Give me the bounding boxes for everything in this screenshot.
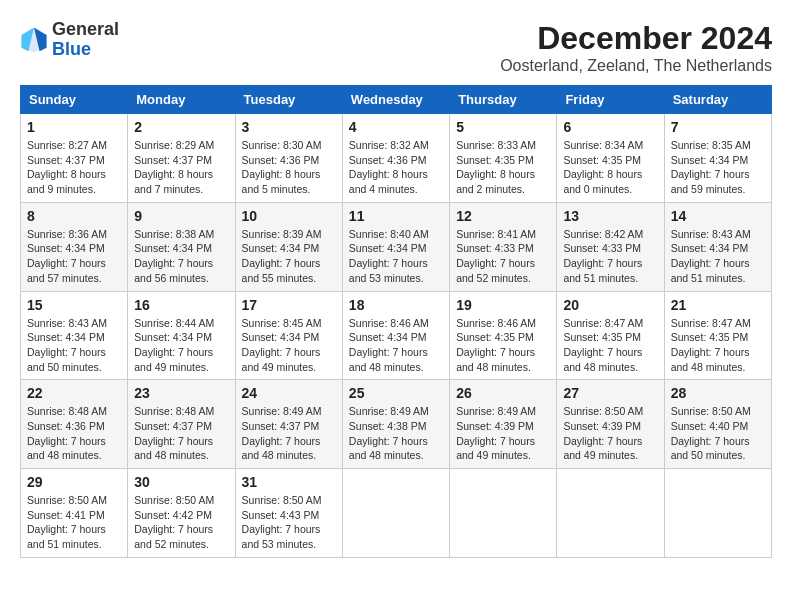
day-info: Sunrise: 8:44 AM Sunset: 4:34 PM Dayligh…: [134, 316, 228, 375]
calendar-week-row: 29 Sunrise: 8:50 AM Sunset: 4:41 PM Dayl…: [21, 469, 772, 558]
calendar-cell: [342, 469, 449, 558]
month-title: December 2024: [500, 20, 772, 57]
calendar-cell: 13 Sunrise: 8:42 AM Sunset: 4:33 PM Dayl…: [557, 202, 664, 291]
calendar-cell: [557, 469, 664, 558]
day-info: Sunrise: 8:45 AM Sunset: 4:34 PM Dayligh…: [242, 316, 336, 375]
calendar-week-row: 22 Sunrise: 8:48 AM Sunset: 4:36 PM Dayl…: [21, 380, 772, 469]
day-number: 2: [134, 119, 228, 135]
day-info: Sunrise: 8:50 AM Sunset: 4:40 PM Dayligh…: [671, 404, 765, 463]
day-number: 14: [671, 208, 765, 224]
day-number: 9: [134, 208, 228, 224]
calendar-cell: 19 Sunrise: 8:46 AM Sunset: 4:35 PM Dayl…: [450, 291, 557, 380]
day-number: 10: [242, 208, 336, 224]
day-number: 1: [27, 119, 121, 135]
calendar-cell: 11 Sunrise: 8:40 AM Sunset: 4:34 PM Dayl…: [342, 202, 449, 291]
calendar-cell: [450, 469, 557, 558]
day-info: Sunrise: 8:50 AM Sunset: 4:42 PM Dayligh…: [134, 493, 228, 552]
day-info: Sunrise: 8:33 AM Sunset: 4:35 PM Dayligh…: [456, 138, 550, 197]
day-info: Sunrise: 8:46 AM Sunset: 4:35 PM Dayligh…: [456, 316, 550, 375]
calendar-week-row: 8 Sunrise: 8:36 AM Sunset: 4:34 PM Dayli…: [21, 202, 772, 291]
day-number: 19: [456, 297, 550, 313]
calendar-cell: 23 Sunrise: 8:48 AM Sunset: 4:37 PM Dayl…: [128, 380, 235, 469]
title-block: December 2024 Oosterland, Zeeland, The N…: [500, 20, 772, 75]
day-info: Sunrise: 8:47 AM Sunset: 4:35 PM Dayligh…: [563, 316, 657, 375]
day-number: 28: [671, 385, 765, 401]
day-info: Sunrise: 8:29 AM Sunset: 4:37 PM Dayligh…: [134, 138, 228, 197]
calendar-cell: 4 Sunrise: 8:32 AM Sunset: 4:36 PM Dayli…: [342, 114, 449, 203]
day-number: 18: [349, 297, 443, 313]
day-number: 16: [134, 297, 228, 313]
day-number: 21: [671, 297, 765, 313]
calendar-cell: 30 Sunrise: 8:50 AM Sunset: 4:42 PM Dayl…: [128, 469, 235, 558]
day-number: 5: [456, 119, 550, 135]
day-info: Sunrise: 8:40 AM Sunset: 4:34 PM Dayligh…: [349, 227, 443, 286]
day-of-week-header: Wednesday: [342, 86, 449, 114]
day-of-week-header: Friday: [557, 86, 664, 114]
day-number: 31: [242, 474, 336, 490]
calendar-cell: 29 Sunrise: 8:50 AM Sunset: 4:41 PM Dayl…: [21, 469, 128, 558]
day-info: Sunrise: 8:43 AM Sunset: 4:34 PM Dayligh…: [671, 227, 765, 286]
day-info: Sunrise: 8:42 AM Sunset: 4:33 PM Dayligh…: [563, 227, 657, 286]
day-info: Sunrise: 8:49 AM Sunset: 4:39 PM Dayligh…: [456, 404, 550, 463]
day-info: Sunrise: 8:34 AM Sunset: 4:35 PM Dayligh…: [563, 138, 657, 197]
location: Oosterland, Zeeland, The Netherlands: [500, 57, 772, 75]
calendar-cell: 8 Sunrise: 8:36 AM Sunset: 4:34 PM Dayli…: [21, 202, 128, 291]
day-info: Sunrise: 8:41 AM Sunset: 4:33 PM Dayligh…: [456, 227, 550, 286]
day-number: 15: [27, 297, 121, 313]
calendar-cell: 20 Sunrise: 8:47 AM Sunset: 4:35 PM Dayl…: [557, 291, 664, 380]
logo-icon: [20, 26, 48, 54]
day-info: Sunrise: 8:48 AM Sunset: 4:37 PM Dayligh…: [134, 404, 228, 463]
calendar-cell: 21 Sunrise: 8:47 AM Sunset: 4:35 PM Dayl…: [664, 291, 771, 380]
calendar-week-row: 1 Sunrise: 8:27 AM Sunset: 4:37 PM Dayli…: [21, 114, 772, 203]
day-info: Sunrise: 8:38 AM Sunset: 4:34 PM Dayligh…: [134, 227, 228, 286]
day-info: Sunrise: 8:39 AM Sunset: 4:34 PM Dayligh…: [242, 227, 336, 286]
logo: General Blue: [20, 20, 119, 60]
calendar-cell: 7 Sunrise: 8:35 AM Sunset: 4:34 PM Dayli…: [664, 114, 771, 203]
day-info: Sunrise: 8:47 AM Sunset: 4:35 PM Dayligh…: [671, 316, 765, 375]
calendar-cell: 9 Sunrise: 8:38 AM Sunset: 4:34 PM Dayli…: [128, 202, 235, 291]
day-number: 12: [456, 208, 550, 224]
day-of-week-header: Saturday: [664, 86, 771, 114]
day-number: 3: [242, 119, 336, 135]
calendar-cell: 25 Sunrise: 8:49 AM Sunset: 4:38 PM Dayl…: [342, 380, 449, 469]
calendar-cell: 14 Sunrise: 8:43 AM Sunset: 4:34 PM Dayl…: [664, 202, 771, 291]
day-info: Sunrise: 8:50 AM Sunset: 4:39 PM Dayligh…: [563, 404, 657, 463]
page-header: General Blue December 2024 Oosterland, Z…: [20, 20, 772, 75]
day-info: Sunrise: 8:35 AM Sunset: 4:34 PM Dayligh…: [671, 138, 765, 197]
calendar-cell: 2 Sunrise: 8:29 AM Sunset: 4:37 PM Dayli…: [128, 114, 235, 203]
day-info: Sunrise: 8:48 AM Sunset: 4:36 PM Dayligh…: [27, 404, 121, 463]
day-info: Sunrise: 8:27 AM Sunset: 4:37 PM Dayligh…: [27, 138, 121, 197]
calendar-cell: 17 Sunrise: 8:45 AM Sunset: 4:34 PM Dayl…: [235, 291, 342, 380]
calendar-cell: 22 Sunrise: 8:48 AM Sunset: 4:36 PM Dayl…: [21, 380, 128, 469]
day-info: Sunrise: 8:49 AM Sunset: 4:37 PM Dayligh…: [242, 404, 336, 463]
day-number: 13: [563, 208, 657, 224]
day-info: Sunrise: 8:43 AM Sunset: 4:34 PM Dayligh…: [27, 316, 121, 375]
day-of-week-header: Monday: [128, 86, 235, 114]
day-number: 27: [563, 385, 657, 401]
day-info: Sunrise: 8:30 AM Sunset: 4:36 PM Dayligh…: [242, 138, 336, 197]
day-number: 20: [563, 297, 657, 313]
day-info: Sunrise: 8:50 AM Sunset: 4:41 PM Dayligh…: [27, 493, 121, 552]
logo-blue-text: Blue: [52, 39, 91, 59]
logo-general-text: General: [52, 19, 119, 39]
day-number: 17: [242, 297, 336, 313]
day-number: 23: [134, 385, 228, 401]
calendar-cell: 18 Sunrise: 8:46 AM Sunset: 4:34 PM Dayl…: [342, 291, 449, 380]
calendar-cell: 27 Sunrise: 8:50 AM Sunset: 4:39 PM Dayl…: [557, 380, 664, 469]
day-number: 22: [27, 385, 121, 401]
day-number: 8: [27, 208, 121, 224]
day-number: 25: [349, 385, 443, 401]
day-number: 4: [349, 119, 443, 135]
day-info: Sunrise: 8:36 AM Sunset: 4:34 PM Dayligh…: [27, 227, 121, 286]
calendar-cell: 12 Sunrise: 8:41 AM Sunset: 4:33 PM Dayl…: [450, 202, 557, 291]
day-number: 11: [349, 208, 443, 224]
calendar-cell: 5 Sunrise: 8:33 AM Sunset: 4:35 PM Dayli…: [450, 114, 557, 203]
calendar-header-row: SundayMondayTuesdayWednesdayThursdayFrid…: [21, 86, 772, 114]
day-number: 29: [27, 474, 121, 490]
calendar-cell: 3 Sunrise: 8:30 AM Sunset: 4:36 PM Dayli…: [235, 114, 342, 203]
calendar-cell: 15 Sunrise: 8:43 AM Sunset: 4:34 PM Dayl…: [21, 291, 128, 380]
day-number: 26: [456, 385, 550, 401]
day-of-week-header: Thursday: [450, 86, 557, 114]
day-number: 7: [671, 119, 765, 135]
day-of-week-header: Tuesday: [235, 86, 342, 114]
